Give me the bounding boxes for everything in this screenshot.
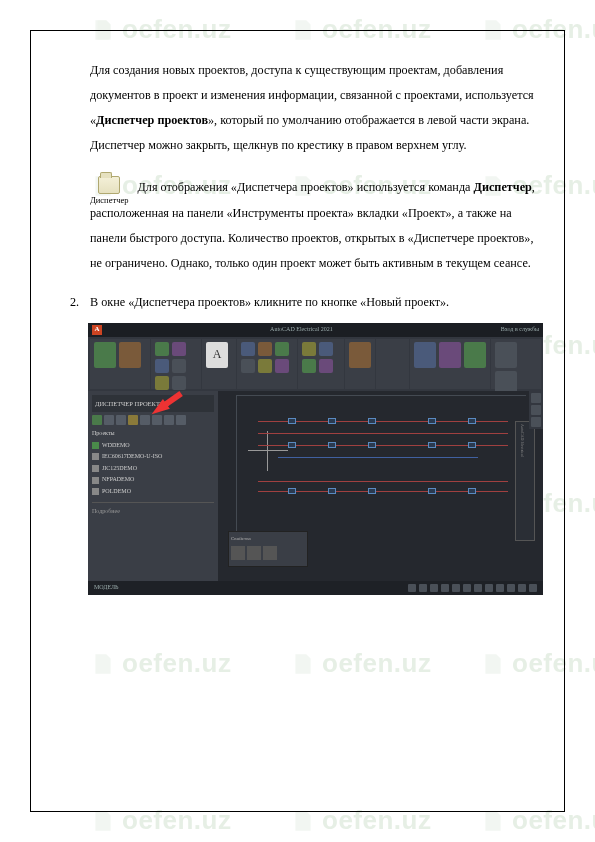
tool-icon[interactable] [531,417,541,427]
schematic-symbol[interactable] [368,442,376,448]
list-item-2-text: В окне «Диспетчера проектов» кликните по… [90,295,449,309]
new-project-button[interactable] [92,415,102,425]
ribbon-icon[interactable] [275,359,289,373]
ribbon-icon[interactable] [155,376,169,390]
tree-item[interactable]: JIC125DEMO [92,463,214,475]
ribbon-icon[interactable] [94,342,116,368]
tree-item[interactable]: POLDEMO [92,486,214,498]
toolbar-button[interactable] [176,415,186,425]
schematic-symbol[interactable] [328,418,336,424]
schematic-symbol[interactable] [428,442,436,448]
toolbar-button[interactable] [104,415,114,425]
autocad-screenshot: A AutoCAD Electrical 2021 Вход в службы … [88,323,543,595]
ribbon-icon[interactable] [172,359,186,373]
list-number: 2. [70,290,79,315]
list-item-2: 2. В окне «Диспетчера проектов» кликните… [90,290,539,315]
ribbon-icon[interactable] [275,342,289,356]
details-section: Подробнее [92,502,214,517]
ribbon-icon[interactable] [172,376,186,390]
title-block: AutoCAD Electrical [515,421,535,541]
status-icon[interactable] [408,584,416,592]
status-icon[interactable] [507,584,515,592]
status-icon[interactable] [529,584,537,592]
schematic-symbol[interactable] [288,488,296,494]
status-icon[interactable] [496,584,504,592]
ribbon-icon[interactable] [172,342,186,356]
ribbon: A [88,337,543,391]
document-content: Для создания новых проектов, доступа к с… [90,58,539,595]
app-logo-icon: A [92,325,102,335]
project-manager-panel: ДИСПЕТЧЕР ПРОЕКТОВ Проекты WDDEMO IEC606… [88,391,218,581]
status-bar: МОДЕЛЬ [88,581,543,595]
ribbon-icon[interactable] [464,342,486,368]
folder-icon [98,176,120,194]
ribbon-icon[interactable] [155,359,169,373]
ribbon-icon[interactable] [319,342,333,356]
bold-dispatcher: Диспетчер [474,181,532,195]
ribbon-icon[interactable] [241,359,255,373]
paragraph-2: Диспетчер Для отображения «Диспетчера пр… [90,172,539,276]
toolbar-button[interactable] [164,415,174,425]
ribbon-icon[interactable] [155,342,169,356]
status-model[interactable]: МОДЕЛЬ [94,581,119,593]
status-icon[interactable] [463,584,471,592]
status-icon[interactable] [485,584,493,592]
schematic-symbol[interactable] [368,418,376,424]
schematic-symbol[interactable] [328,442,336,448]
status-icon[interactable] [430,584,438,592]
ribbon-icon[interactable] [119,342,141,368]
ribbon-icon[interactable] [349,342,371,368]
ribbon-icon[interactable] [414,342,436,368]
schematic-symbol[interactable] [428,488,436,494]
tree-item[interactable]: IEC60617DEMO-U-ISO [92,451,214,463]
tool-icon[interactable] [531,405,541,415]
palette-icon[interactable] [247,546,261,560]
palette-icon[interactable] [231,546,245,560]
schematic-symbol[interactable] [468,488,476,494]
toolbar-button[interactable] [140,415,150,425]
tree-item[interactable]: WDDEMO [92,440,214,452]
palette-icon[interactable] [263,546,277,560]
right-toolbar [529,391,543,429]
app-titlebar: A AutoCAD Electrical 2021 Вход в службы [88,323,543,337]
schematic-symbol[interactable] [288,418,296,424]
ribbon-icon[interactable] [258,342,272,356]
properties-palette: Свойства [228,531,308,567]
paragraph-1: Для создания новых проектов, доступа к с… [90,58,539,158]
titlebar-right: Вход в службы [501,323,539,335]
schematic-symbol[interactable] [428,418,436,424]
project-tree: Проекты WDDEMO IEC60617DEMO-U-ISO JIC125… [92,428,214,498]
dispatcher-icon-block: Диспетчер [90,176,128,205]
status-icon[interactable] [441,584,449,592]
schematic-symbol[interactable] [368,488,376,494]
ribbon-icon[interactable] [302,342,316,356]
schematic-symbol[interactable] [288,442,296,448]
ribbon-icon[interactable] [258,359,272,373]
bold-dispatcher-proj: Диспетчер проектов [96,113,208,127]
ribbon-icon[interactable] [241,342,255,356]
schematic-symbol[interactable] [328,488,336,494]
ribbon-icon[interactable] [319,359,333,373]
ribbon-icon[interactable]: A [206,342,228,368]
tree-section: Проекты [92,428,214,440]
status-icon[interactable] [452,584,460,592]
schematic-symbol[interactable] [468,418,476,424]
toolbar-button[interactable] [116,415,126,425]
tool-icon[interactable] [531,393,541,403]
app-title: AutoCAD Electrical 2021 [270,323,333,335]
dispatcher-icon-label: Диспетчер [90,196,128,205]
status-icon[interactable] [419,584,427,592]
toolbar-button[interactable] [128,415,138,425]
schematic-symbol[interactable] [468,442,476,448]
status-icon[interactable] [518,584,526,592]
crosshair-cursor [248,431,288,471]
tree-item[interactable]: NFPADEMO [92,474,214,486]
status-icon[interactable] [474,584,482,592]
ribbon-icon[interactable] [495,342,517,368]
ribbon-icon[interactable] [302,359,316,373]
ribbon-icon[interactable] [439,342,461,368]
